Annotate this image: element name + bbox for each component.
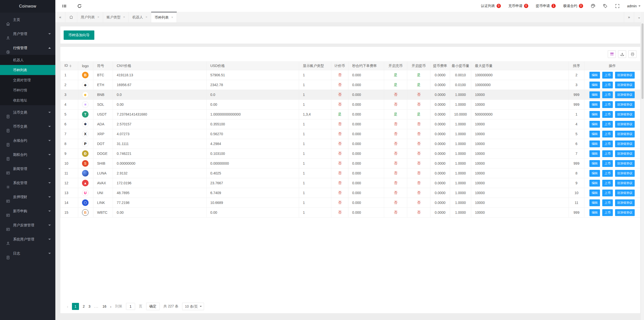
edit-button[interactable]: 编辑	[589, 209, 600, 216]
sidebar-item-币币交易[interactable]: 币币交易	[0, 119, 55, 133]
blockchain-protocol-button[interactable]: 区块链协议	[615, 101, 635, 108]
add-coin-wizard-button[interactable]: 币种添加向导	[64, 30, 94, 40]
sidebar-subitem-币种列表[interactable]: 币种列表	[0, 65, 55, 75]
tab-机器人[interactable]: 机器人×	[129, 12, 151, 22]
next-page-button[interactable]: ›	[110, 304, 111, 309]
blockchain-protocol-button[interactable]: 区块链协议	[615, 160, 635, 167]
collapse-sidebar-icon[interactable]	[59, 0, 69, 12]
page-number-3[interactable]: 3	[89, 304, 91, 308]
sidebar-item-日志[interactable]: 日志	[0, 246, 55, 260]
palette-icon[interactable]	[591, 4, 595, 8]
list-coin-button[interactable]: 上币	[602, 82, 613, 88]
edit-button[interactable]: 编辑	[589, 160, 600, 167]
scrollbar-thumb[interactable]	[641, 23, 643, 99]
sidebar-item-永续合约[interactable]: 永续合约	[0, 133, 55, 148]
sidebar-subitem-币种行情[interactable]: 币种行情	[0, 85, 55, 95]
blockchain-protocol-button[interactable]: 区块链协议	[615, 111, 635, 118]
sidebar-item-新币申购[interactable]: 新币申购	[0, 204, 55, 218]
tabs-scroll-left-button[interactable]: «	[55, 12, 65, 22]
sidebar-item-质押理财[interactable]: 质押理财	[0, 190, 55, 204]
list-coin-button[interactable]: 上币	[602, 190, 613, 196]
blockchain-protocol-button[interactable]: 区块链协议	[615, 180, 635, 187]
sidebar-item-主页[interactable]: 主页	[0, 13, 55, 27]
list-coin-button[interactable]: 上币	[602, 160, 613, 167]
blockchain-protocol-button[interactable]: 区块链协议	[615, 121, 635, 128]
sidebar-item-系统用户管理[interactable]: 系统用户管理	[0, 232, 55, 246]
tag-icon[interactable]	[603, 4, 608, 8]
sidebar-item-用户反馈管理[interactable]: 用户反馈管理	[0, 218, 55, 232]
sidebar-item-行情管理[interactable]: 行情管理	[0, 41, 55, 55]
page-number-2[interactable]: 2	[83, 304, 85, 308]
edit-button[interactable]: 编辑	[589, 111, 600, 118]
notification-极速合约[interactable]: 极速合约0	[563, 4, 583, 8]
sidebar-item-期权合约[interactable]: 期权合约	[0, 148, 55, 162]
blockchain-protocol-button[interactable]: 区块链协议	[615, 140, 635, 147]
edit-button[interactable]: 编辑	[589, 199, 600, 206]
list-coin-button[interactable]: 上币	[602, 150, 613, 157]
list-coin-button[interactable]: 上币	[602, 131, 613, 137]
edit-button[interactable]: 编辑	[589, 140, 600, 147]
sidebar-subitem-交易对管理[interactable]: 交易对管理	[0, 75, 55, 85]
edit-button[interactable]: 编辑	[589, 131, 600, 137]
sidebar-item-法币交易[interactable]: 法币交易	[0, 105, 55, 119]
blockchain-protocol-button[interactable]: 区块链协议	[615, 209, 635, 216]
tab-home[interactable]	[65, 12, 77, 22]
list-coin-button[interactable]: 上币	[602, 111, 613, 118]
close-icon[interactable]: ×	[123, 12, 125, 22]
edit-button[interactable]: 编辑	[589, 72, 600, 79]
prev-page-button[interactable]: ‹	[67, 304, 68, 309]
list-coin-button[interactable]: 上币	[602, 72, 613, 79]
blockchain-protocol-button[interactable]: 区块链协议	[615, 72, 635, 79]
tabs-scroll-right-button[interactable]: »	[624, 12, 634, 22]
user-menu[interactable]: admin	[627, 4, 640, 8]
tab-用户列表[interactable]: 用户列表×	[77, 12, 103, 22]
edit-button[interactable]: 编辑	[589, 180, 600, 187]
close-icon[interactable]: ×	[97, 12, 99, 22]
edit-button[interactable]: 编辑	[589, 150, 600, 157]
page-number-16[interactable]: 16	[102, 304, 106, 308]
blockchain-protocol-button[interactable]: 区块链协议	[615, 82, 635, 88]
refresh-icon[interactable]	[74, 0, 85, 12]
edit-button[interactable]: 编辑	[589, 82, 600, 88]
close-icon[interactable]: ×	[145, 12, 147, 22]
fullscreen-icon[interactable]	[615, 4, 620, 8]
list-coin-button[interactable]: 上币	[602, 121, 613, 128]
list-coin-button[interactable]: 上币	[602, 209, 613, 216]
edit-button[interactable]: 编辑	[589, 91, 600, 98]
edit-button[interactable]: 编辑	[589, 121, 600, 128]
list-coin-button[interactable]: 上币	[602, 91, 613, 98]
list-coin-button[interactable]: 上币	[602, 199, 613, 206]
print-icon[interactable]	[628, 50, 636, 58]
edit-button[interactable]: 编辑	[589, 170, 600, 177]
notification-提币申请[interactable]: 提币申请1	[536, 4, 556, 8]
sidebar-subitem-收款地址[interactable]: 收款地址	[0, 95, 55, 105]
sidebar-subitem-机器人[interactable]: 机器人	[0, 55, 55, 65]
blockchain-protocol-button[interactable]: 区块链协议	[615, 131, 635, 137]
notification-充币申请[interactable]: 充币申请0	[508, 4, 528, 8]
sort-asc-icon[interactable]	[69, 64, 71, 66]
list-coin-button[interactable]: 上币	[602, 180, 613, 187]
notification-认证列表[interactable]: 认证列表0	[481, 4, 501, 8]
edit-button[interactable]: 编辑	[589, 190, 600, 196]
tab-币种列表[interactable]: 币种列表×	[151, 12, 177, 22]
jump-page-input[interactable]	[126, 303, 135, 310]
blockchain-protocol-button[interactable]: 区块链协议	[615, 170, 635, 177]
blockchain-protocol-button[interactable]: 区块链协议	[615, 91, 635, 98]
tab-账户类型[interactable]: 账户类型×	[103, 12, 129, 22]
page-size-select[interactable]: 10 条/页	[182, 303, 204, 310]
jump-confirm-button[interactable]: 确定	[146, 303, 160, 310]
export-icon[interactable]	[618, 50, 626, 58]
sort-icon[interactable]	[69, 64, 71, 68]
list-coin-button[interactable]: 上币	[602, 170, 613, 177]
sidebar-item-用户管理[interactable]: 用户管理	[0, 27, 55, 41]
blockchain-protocol-button[interactable]: 区块链协议	[615, 199, 635, 206]
sidebar-item-系统管理[interactable]: 系统管理	[0, 176, 55, 190]
close-icon[interactable]: ×	[171, 12, 173, 22]
blockchain-protocol-button[interactable]: 区块链协议	[615, 190, 635, 196]
list-coin-button[interactable]: 上币	[602, 101, 613, 108]
sort-desc-icon[interactable]	[69, 66, 71, 68]
edit-button[interactable]: 编辑	[589, 101, 600, 108]
filter-columns-icon[interactable]	[608, 50, 616, 58]
sidebar-item-新闻管理[interactable]: 新闻管理	[0, 162, 55, 176]
list-coin-button[interactable]: 上币	[602, 140, 613, 147]
